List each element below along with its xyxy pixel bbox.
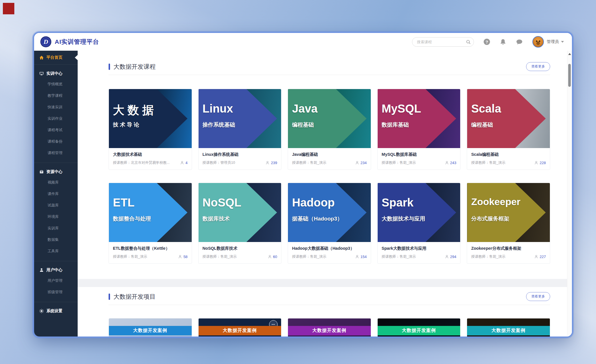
sidebar-item[interactable]: 实训作业 bbox=[34, 113, 78, 124]
cover-arrow-shape bbox=[288, 183, 371, 242]
course-card[interactable]: Linux 操作系统基础 Linux操作系统基础 授课教师：管理员10 239 bbox=[198, 89, 282, 170]
course-card[interactable]: 大 数 据 技 术 导 论 大数据技术基础 授课教师：北京市对外贸易学校教...… bbox=[109, 89, 192, 170]
cover-arrow-shape bbox=[467, 89, 550, 148]
cover-subtitle: 技 术 导 论 bbox=[113, 121, 139, 129]
cover-title: Zookeeper bbox=[471, 196, 520, 207]
cover-title: Java bbox=[292, 102, 317, 115]
sidebar-item[interactable]: 课程备份 bbox=[34, 136, 78, 147]
student-count: 227 bbox=[540, 255, 546, 259]
course-cover: Hadoop 据基础（Hadoop3） bbox=[288, 183, 371, 242]
sidebar-group-settings[interactable]: 系统设置 bbox=[34, 306, 78, 316]
project-cover: 大数据开发案例 bbox=[288, 318, 371, 337]
sidebar-item[interactable]: 用户管理 bbox=[34, 275, 78, 286]
scrollbar-thumb[interactable] bbox=[568, 64, 571, 87]
sidebar-item[interactable]: 实训库 bbox=[34, 223, 78, 234]
sidebar-item[interactable]: 环境库 bbox=[34, 211, 78, 223]
course-card[interactable]: ETL 数据整合与处理 ETL数据整合与处理（Kettle） 授课教师：售前_演… bbox=[109, 183, 192, 264]
course-teacher: 授课教师：售前_演示 bbox=[471, 254, 532, 259]
view-more-button[interactable]: 查看更多 bbox=[526, 292, 550, 301]
section-gap bbox=[78, 279, 567, 287]
cover-arrow-shape bbox=[378, 183, 460, 242]
cover-subtitle: 操作系统基础 bbox=[203, 121, 235, 129]
search-icon[interactable] bbox=[466, 40, 471, 44]
project-banner-label: 大数据开发案例 bbox=[312, 328, 346, 334]
course-card[interactable]: Hadoop 据基础（Hadoop3） Hadoop大数据基础（Hadoop3）… bbox=[288, 183, 371, 264]
sidebar-item[interactable]: 试题库 bbox=[34, 200, 78, 211]
cover-subtitle: 分布式服务框架 bbox=[471, 215, 509, 223]
sidebar-group-training[interactable]: 实训中心 bbox=[34, 69, 78, 78]
sidebar-item[interactable]: 快速实训 bbox=[34, 101, 78, 113]
cover-subtitle: 编程基础 bbox=[471, 121, 493, 129]
sidebar-item[interactable]: 工具库 bbox=[34, 245, 78, 257]
help-icon[interactable] bbox=[484, 39, 490, 45]
sidebar-item[interactable]: 数据集 bbox=[34, 234, 78, 245]
course-title: Zookeeper分布式服务框架 bbox=[471, 246, 546, 251]
sidebar-item[interactable]: 学情概览 bbox=[34, 78, 78, 90]
sidebar: 平台首页 实训中心 学情概览 教学课程 快速实训 实训作业 课程考试 课程备份 … bbox=[34, 51, 78, 337]
courses-section: 大数据开发课程 查看更多 大 数 据 技 术 导 论 bbox=[78, 51, 567, 264]
gear-icon bbox=[39, 309, 44, 313]
cover-arrow-shape bbox=[199, 183, 281, 242]
course-teacher: 授课教师：售前_演示 bbox=[292, 254, 353, 259]
sidebar-item[interactable]: 教学课程 bbox=[34, 90, 78, 101]
person-icon bbox=[534, 161, 538, 165]
sidebar-home-label: 平台首页 bbox=[46, 55, 62, 60]
course-card[interactable]: Java 编程基础 Java编程基础 授课教师：售前_演示 234 bbox=[288, 89, 371, 170]
student-count: 58 bbox=[183, 255, 187, 259]
student-count: 239 bbox=[271, 161, 277, 165]
sidebar-item-home[interactable]: 平台首页 bbox=[34, 51, 78, 65]
project-banner-label: 大数据开发案例 bbox=[133, 328, 167, 334]
course-search-box[interactable] bbox=[412, 37, 474, 47]
course-teacher: 授课教师：管理员10 bbox=[203, 160, 264, 165]
cover-arrow-shape bbox=[109, 89, 192, 148]
project-card[interactable]: 大数据开发案例 bbox=[377, 318, 461, 337]
sidebar-group-users[interactable]: 用户中心 bbox=[34, 265, 78, 275]
cover-title: NoSQL bbox=[203, 196, 242, 209]
course-title: Linux操作系统基础 bbox=[203, 152, 277, 157]
cover-title: ETL bbox=[113, 196, 135, 209]
sidebar-item[interactable]: 课程管理 bbox=[34, 147, 78, 159]
sidebar-item[interactable]: 课程考试 bbox=[34, 124, 78, 136]
project-card[interactable]: 大数据开发案例 bbox=[288, 318, 371, 337]
message-icon[interactable] bbox=[516, 39, 523, 45]
user-name[interactable]: 管理员 bbox=[547, 39, 559, 44]
course-title: Java编程基础 bbox=[292, 152, 367, 157]
course-card[interactable]: Spark 大数据技术与应用 Spark大数据技术与应用 授课教师：售前_演示 … bbox=[377, 183, 461, 264]
scrollbar-up-arrow-icon[interactable] bbox=[568, 53, 571, 55]
chevron-down-icon[interactable] bbox=[561, 41, 564, 43]
project-card[interactable]: 大数据开发案例 bbox=[467, 318, 550, 337]
sidebar-item[interactable]: 班级管理 bbox=[34, 286, 78, 298]
sidebar-group-resources[interactable]: 资源中心 bbox=[34, 167, 78, 177]
main-content: 大数据开发课程 查看更多 大 数 据 技 术 导 论 bbox=[78, 51, 572, 337]
cover-title: Linux bbox=[203, 102, 233, 115]
scrollbar[interactable] bbox=[567, 51, 572, 337]
sidebar-item[interactable]: 视频库 bbox=[34, 177, 78, 188]
course-card[interactable]: Zookeeper 分布式服务框架 Zookeeper分布式服务框架 授课教师：… bbox=[467, 183, 550, 264]
view-more-button[interactable]: 查看更多 bbox=[526, 62, 550, 71]
cover-subtitle: 数据整合与处理 bbox=[113, 215, 151, 223]
course-title: MySQL数据库基础 bbox=[382, 152, 456, 157]
bell-icon[interactable] bbox=[500, 39, 506, 45]
app-window: D AI实训管理平台 管理员 平台首页 bbox=[34, 33, 572, 337]
project-banner: 大数据开发案例 bbox=[467, 326, 550, 335]
person-icon bbox=[445, 161, 449, 165]
course-teacher: 授课教师：售前_演示 bbox=[471, 160, 532, 165]
cover-subtitle: 编程基础 bbox=[292, 121, 314, 129]
section-divider bbox=[109, 75, 550, 75]
resource-box-icon bbox=[39, 170, 44, 174]
project-banner: 大数据开发案例 bbox=[378, 326, 460, 335]
cover-subtitle: 数据库基础 bbox=[382, 121, 409, 129]
sidebar-group-label: 用户中心 bbox=[46, 267, 62, 273]
search-input[interactable] bbox=[416, 40, 466, 44]
sidebar-item[interactable]: 课件库 bbox=[34, 188, 78, 200]
course-card[interactable]: Scala 编程基础 Scala编程基础 授课教师：售前_演示 228 bbox=[467, 89, 550, 170]
project-card[interactable]: 大数据开发案例 bbox=[109, 318, 192, 337]
cover-subtitle: 数据库技术 bbox=[203, 215, 230, 223]
project-card[interactable]: ••• 大数据开发案例 bbox=[198, 318, 282, 337]
project-banner: 大数据开发案例 bbox=[288, 326, 371, 335]
course-card[interactable]: MySQL 数据库基础 MySQL数据库基础 授课教师：售前_演示 243 bbox=[377, 89, 461, 170]
student-count: 234 bbox=[360, 161, 367, 165]
course-card[interactable]: NoSQL 数据库技术 NoSQL数据库技术 授课教师：售前_演示 60 bbox=[198, 183, 282, 264]
avatar[interactable] bbox=[532, 36, 544, 48]
person-icon bbox=[355, 161, 359, 165]
